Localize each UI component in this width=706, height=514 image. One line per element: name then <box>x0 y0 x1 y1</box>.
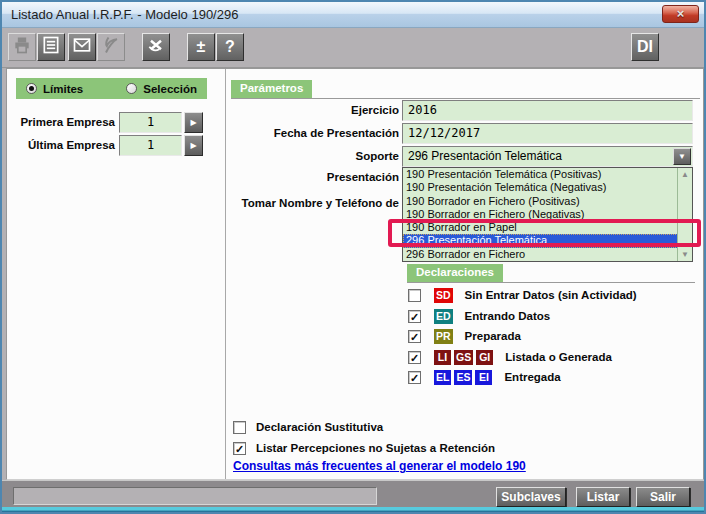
declaraciones-tab: Declaraciones <box>407 264 503 282</box>
status-badge: LI <box>434 350 451 365</box>
print-button <box>8 33 36 61</box>
declaraciones-tab-line <box>407 282 695 283</box>
salir-button[interactable]: Salir <box>636 487 690 507</box>
soporte-label: Soporte <box>226 150 399 162</box>
cross-swoosh-icon <box>146 35 166 59</box>
first-company-input[interactable]: 1 <box>119 112 182 133</box>
sin-entrar-datos-checkbox[interactable] <box>408 289 421 302</box>
soporte-dropdown-button[interactable]: ▼ <box>673 148 691 165</box>
pdf-button <box>97 33 125 61</box>
listar-percepciones-checkbox[interactable]: ✓ <box>233 442 246 455</box>
declaracion-sustitutiva-label: Declaración Sustitutiva <box>256 421 383 433</box>
di-label: DI <box>637 38 653 56</box>
soporte-value: 296 Presentación Telemática <box>408 149 562 163</box>
status-badge: SD <box>434 288 453 303</box>
dialog-window: Listado Anual I.R.P.F. - Modelo 190/296 … <box>0 0 706 514</box>
selection-radio[interactable]: Selección <box>126 83 197 95</box>
chevron-down-icon: ▼ <box>678 152 686 161</box>
envelope-icon <box>72 35 92 59</box>
di-button[interactable]: DI <box>631 33 659 61</box>
last-company-input[interactable]: 1 <box>119 135 182 156</box>
listada-generada-checkbox[interactable]: ✓ <box>408 351 421 364</box>
first-company-picker-button[interactable]: ▶ <box>184 112 203 133</box>
title-bar: Listado Anual I.R.P.F. - Modelo 190/296 … <box>2 2 704 28</box>
parameters-tab: Parámetros <box>231 80 312 98</box>
limits-radio[interactable]: Límites <box>26 83 83 95</box>
last-company-label: Última Empresa <box>7 139 115 151</box>
badge-group: SD <box>434 288 456 303</box>
first-company-row: Primera Empresa 1 ▶ <box>7 112 225 133</box>
help-icon: ? <box>225 38 235 56</box>
dropdown-option-selected[interactable]: 296 Presentación Telemática <box>403 234 692 247</box>
window-frame-bottom <box>2 507 704 512</box>
listar-percepciones-label: Listar Percepciones no Sujetas a Retenci… <box>256 442 495 454</box>
declaracion-label: Sin Entrar Datos (sin Actividad) <box>465 289 637 301</box>
soporte-dropdown-list: 190 Presentación Telemática (Positivas) … <box>402 167 693 262</box>
ejercicio-field[interactable]: 2016 <box>402 100 693 121</box>
status-badge: EI <box>475 370 492 385</box>
declaracion-row: ✓ ED Entrando Datos <box>408 308 550 324</box>
declaracion-sustitutiva-checkbox[interactable] <box>233 421 246 434</box>
soporte-combobox[interactable]: 296 Presentación Telemática ▼ <box>402 146 693 167</box>
close-button[interactable]: × <box>662 5 699 23</box>
fecha-presentacion-field[interactable]: 12/12/2017 <box>402 123 693 144</box>
badge-group: ED <box>434 309 456 324</box>
dropdown-option[interactable]: 190 Borrador en Fichero (Negativas) <box>403 208 692 221</box>
presentacion-label: Presentación <box>226 171 399 183</box>
last-company-picker-button[interactable]: ▶ <box>184 135 203 156</box>
declaracion-row: ✓ PR Preparada <box>408 328 521 344</box>
printer-icon <box>12 35 32 59</box>
entregada-checkbox[interactable]: ✓ <box>408 371 421 384</box>
status-badge: GS <box>454 350 473 365</box>
plus-minus-icon: ± <box>197 38 206 56</box>
status-badge: ES <box>454 370 472 385</box>
ejercicio-label: Ejercicio <box>226 104 399 116</box>
declaracion-label: Entrando Datos <box>465 310 551 322</box>
badge-group: EL ES EI <box>434 370 495 385</box>
document-icon <box>41 35 61 59</box>
cancel-process-button[interactable] <box>142 33 170 61</box>
consultas-frecuentes-link[interactable]: Consultas más frecuentes al generar el m… <box>233 459 526 473</box>
help-button[interactable]: ? <box>216 33 244 61</box>
parameters-tab-line <box>231 98 700 99</box>
dropdown-option[interactable]: 190 Borrador en Papel <box>403 221 692 234</box>
dropdown-option[interactable]: 296 Borrador en Fichero <box>403 248 692 261</box>
declaracion-label: Entregada <box>504 371 560 383</box>
status-badge: GI <box>476 350 493 365</box>
arrow-right-icon: ▶ <box>190 118 196 127</box>
scroll-up-icon[interactable]: ▲ <box>678 170 692 179</box>
badge-group: PR <box>434 329 456 344</box>
close-icon: × <box>677 6 685 21</box>
radio-selected-icon <box>26 83 37 94</box>
last-company-row: Última Empresa 1 ▶ <box>7 135 225 156</box>
arrow-right-icon: ▶ <box>190 141 196 150</box>
preview-button[interactable] <box>37 33 65 61</box>
status-badge: EL <box>434 370 451 385</box>
subclaves-button[interactable]: Subclaves <box>496 487 566 507</box>
mode-selector-bar: Límites Selección <box>16 78 207 99</box>
limits-label: Límites <box>43 83 83 95</box>
dropdown-option[interactable]: 190 Borrador en Fichero (Positivas) <box>403 195 692 208</box>
status-badge: ED <box>434 309 453 324</box>
entrando-datos-checkbox[interactable]: ✓ <box>408 310 421 323</box>
declaracion-label: Preparada <box>465 330 521 342</box>
declaracion-row: ✓ EL ES EI Entregada <box>408 369 561 385</box>
plus-minus-button[interactable]: ± <box>187 33 215 61</box>
dropdown-option[interactable]: 190 Presentación Telemática (Negativas) <box>403 181 692 194</box>
dropdown-option[interactable]: 190 Presentación Telemática (Positivas) <box>403 168 692 181</box>
selection-label: Selección <box>143 83 197 95</box>
tomar-nombre-telefono-label: Tomar Nombre y Teléfono de <box>226 197 399 209</box>
declaracion-row: SD Sin Entrar Datos (sin Actividad) <box>408 287 637 303</box>
email-button[interactable] <box>68 33 96 61</box>
preparada-checkbox[interactable]: ✓ <box>408 330 421 343</box>
declaracion-row: ✓ LI GS GI Listada o Generada <box>408 349 612 365</box>
dropdown-scrollbar[interactable]: ▲ ▼ <box>677 168 692 261</box>
fecha-presentacion-label: Fecha de Presentación <box>226 127 399 139</box>
listar-button[interactable]: Listar <box>576 487 630 507</box>
first-company-label: Primera Empresa <box>7 116 115 128</box>
declaracion-label: Listada o Generada <box>505 351 612 363</box>
declaracion-sustitutiva-row: Declaración Sustitutiva <box>233 419 383 435</box>
radio-unselected-icon <box>126 83 137 94</box>
content-area: Límites Selección Primera Empresa 1 ▶ Úl… <box>6 68 704 480</box>
scroll-down-icon[interactable]: ▼ <box>678 250 692 259</box>
